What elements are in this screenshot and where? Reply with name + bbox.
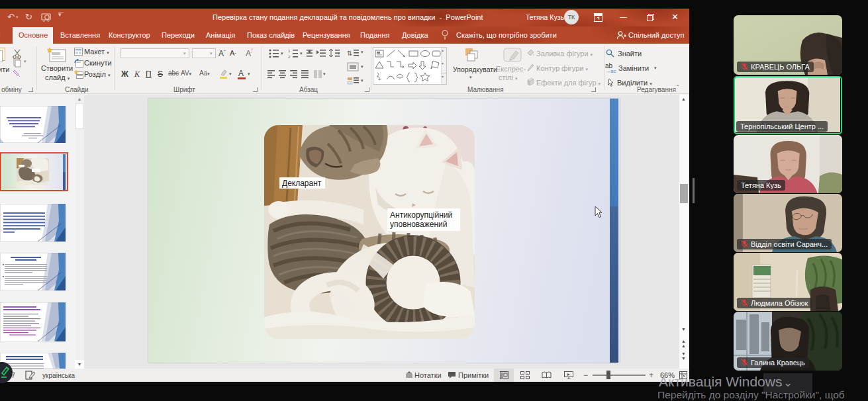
svg-text:Антикорупційний: Антикорупційний <box>390 210 452 220</box>
svg-text:1: 1 <box>288 49 291 53</box>
svg-text:2: 2 <box>288 55 291 58</box>
svg-text:Декларант: Декларант <box>282 179 322 188</box>
svg-text:уповноважений: уповноважений <box>390 220 448 229</box>
svg-text:⇅: ⇅ <box>347 50 352 57</box>
